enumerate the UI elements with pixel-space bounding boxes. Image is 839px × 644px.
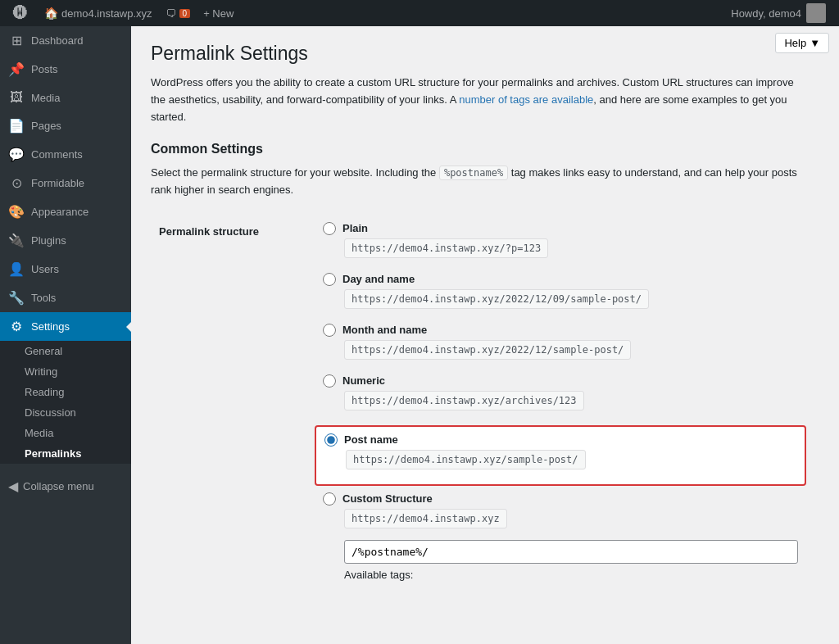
howdy-text: Howdy, demo4 [731,7,801,20]
posts-icon: 📌 [8,61,25,77]
user-avatar [806,3,826,23]
settings-icon: ⚙ [8,319,25,334]
label-numeric[interactable]: Numeric [342,374,385,387]
sidebar-item-posts[interactable]: 📌 Posts [0,55,131,84]
description-link[interactable]: number of tags are available [459,93,593,106]
radio-day-name[interactable] [323,273,336,286]
custom-structure-input[interactable] [344,540,798,564]
sidebar-item-plugins[interactable]: 🔌 Plugins [0,226,131,255]
adminbar-right: Howdy, demo4 [724,3,832,23]
new-label: + New [203,7,234,20]
permalink-structure-label: Permalink structure [151,215,315,594]
sidebar-item-pages[interactable]: 📄 Pages [0,111,131,140]
sidebar-label-media: Media [31,92,60,104]
formidable-icon: ⊙ [8,175,25,191]
submenu-media[interactable]: Media [0,423,131,443]
url-month-name: https://demo4.instawp.xyz/2022/12/sample… [344,340,631,360]
sidebar-item-settings[interactable]: ⚙ Settings [0,312,131,341]
common-settings-desc: Select the permalink structure for your … [151,165,806,199]
submenu-reading[interactable]: Reading [0,382,131,402]
pages-icon: 📄 [8,118,25,134]
sidebar-label-tools: Tools [31,292,56,304]
common-settings-title: Common Settings [151,142,819,156]
radio-month-name[interactable] [323,324,336,337]
url-day-name: https://demo4.instawp.xyz/2022/12/09/sam… [344,289,649,309]
comments-count: 0 [179,9,191,18]
help-label: Help [784,37,806,49]
sidebar-label-comments: Comments [31,148,83,161]
sidebar-item-dashboard[interactable]: ⊞ Dashboard [0,26,131,55]
sidebar-item-appearance[interactable]: 🎨 Appearance [0,197,131,226]
option-custom: Custom Structure https://demo4.instawp.x… [323,492,798,581]
url-plain: https://demo4.instawp.xyz/?p=123 [344,238,548,258]
submenu-permalinks[interactable]: Permalinks [0,443,131,464]
permalink-table: Permalink structure Plain https://demo4.… [151,215,806,594]
radio-plain[interactable] [323,222,336,235]
label-day-name[interactable]: Day and name [342,273,415,285]
label-month-name[interactable]: Month and name [342,324,427,336]
sidebar-label-plugins: Plugins [31,234,66,247]
plugins-icon: 🔌 [8,233,25,248]
url-custom-base: https://demo4.instawp.xyz [344,509,507,528]
radio-numeric[interactable] [323,374,336,388]
sidebar-label-posts: Posts [31,63,58,75]
users-icon: 👤 [8,261,25,277]
option-month-name: Month and name https://demo4.instawp.xyz… [323,324,798,368]
comment-icon: 🗨 [166,7,176,20]
sidebar-item-comments[interactable]: 💬 Comments [0,140,131,169]
tools-icon: 🔧 [8,290,25,306]
sidebar-item-media[interactable]: 🖼 Media [0,84,131,111]
label-post-name[interactable]: Post name [344,433,398,446]
option-post-name: Post name https://demo4.instawp.xyz/samp… [315,425,806,486]
sidebar: ⊞ Dashboard 📌 Posts 🖼 Media 📄 Pages 💬 Co… [0,26,131,644]
main-content: Permalink Settings WordPress offers you … [131,26,839,644]
sidebar-item-tools[interactable]: 🔧 Tools [0,283,131,312]
dashboard-icon: ⊞ [8,33,25,48]
submenu-writing[interactable]: Writing [0,361,131,382]
postname-tag: %postname% [439,166,508,180]
collapse-label: Collapse menu [23,480,94,492]
adminbar-comments[interactable]: 🗨 0 [159,0,197,26]
url-numeric: https://demo4.instawp.xyz/archives/123 [344,391,584,410]
submenu-discussion[interactable]: Discussion [0,402,131,423]
admin-bar: 🅦 🏠 demo4.instawp.xyz 🗨 0 + New Howdy, d… [0,0,839,26]
sidebar-label-formidable: Formidable [31,177,84,189]
content-wrap: ⊞ Dashboard 📌 Posts 🖼 Media 📄 Pages 💬 Co… [0,26,839,644]
permalink-options-cell: Plain https://demo4.instawp.xyz/?p=123 D… [315,215,806,594]
media-icon: 🖼 [8,90,25,105]
option-day-name: Day and name https://demo4.instawp.xyz/2… [323,273,798,317]
submenu-general[interactable]: General [0,341,131,361]
available-tags-label: Available tags: [344,569,798,581]
home-icon: 🏠 [44,7,58,20]
help-arrow-icon: ▼ [810,37,820,49]
permalink-structure-row: Permalink structure Plain https://demo4.… [151,215,806,594]
wp-logo[interactable]: 🅦 [7,5,34,22]
url-post-name: https://demo4.instawp.xyz/sample-post/ [346,450,586,469]
adminbar-new[interactable]: + New [197,0,240,26]
sidebar-item-users[interactable]: 👤 Users [0,255,131,283]
collapse-icon: ◀ [8,478,18,494]
appearance-icon: 🎨 [8,204,25,220]
radio-post-name[interactable] [324,433,338,447]
site-name: demo4.instawp.xyz [61,7,152,20]
sidebar-label-users: Users [31,263,59,275]
sidebar-label-pages: Pages [31,120,61,132]
label-plain[interactable]: Plain [342,222,368,234]
sidebar-item-formidable[interactable]: ⊙ Formidable [0,169,131,197]
help-button[interactable]: Help ▼ [775,33,829,53]
comments-icon: 💬 [8,147,25,162]
sidebar-label-appearance: Appearance [31,206,88,218]
common-desc-before: Select the permalink structure for your … [151,166,439,179]
radio-custom[interactable] [323,492,336,506]
option-plain: Plain https://demo4.instawp.xyz/?p=123 [323,222,798,266]
settings-arrow-icon [126,322,131,332]
settings-submenu: General Writing Reading Discussion Media… [0,341,131,464]
help-button-container: Help ▼ [765,26,839,60]
sidebar-label-settings: Settings [31,320,70,333]
page-description: WordPress offers you the ability to crea… [151,75,806,125]
sidebar-label-dashboard: Dashboard [31,34,84,47]
collapse-menu-button[interactable]: ◀ Collapse menu [0,470,131,502]
adminbar-site[interactable]: 🏠 demo4.instawp.xyz [38,0,159,26]
option-numeric: Numeric https://demo4.instawp.xyz/archiv… [323,374,798,419]
label-custom[interactable]: Custom Structure [342,492,433,505]
